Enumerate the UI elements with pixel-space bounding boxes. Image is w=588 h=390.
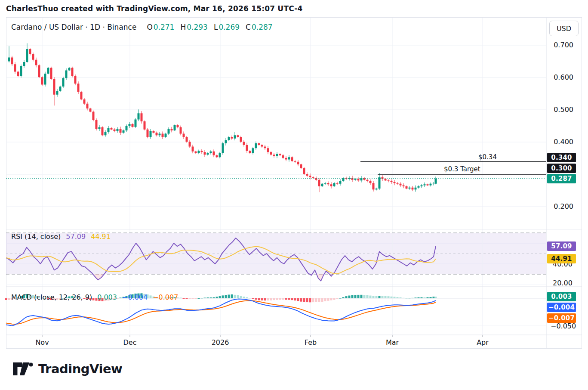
time-axis-label: 2026 <box>212 338 229 347</box>
rsi-badge: 57.09 <box>547 241 576 251</box>
macd-hist-value: 0.003 <box>97 293 117 301</box>
time-axis-label: Dec <box>123 338 137 347</box>
time-axis-label: Feb <box>305 338 317 347</box>
macd-hist-badge: 0.003 <box>547 292 576 301</box>
time-axis[interactable]: NovDec2026FebMarApr <box>6 336 546 350</box>
attribution-text: CharlesThuo created with TradingView.com… <box>6 4 303 13</box>
price-badge-0300: 0.300 <box>547 164 576 173</box>
chart-canvas[interactable] <box>0 0 588 390</box>
rsi-ma-badge: 44.91 <box>547 254 576 263</box>
rsi-title[interactable]: RSI (14, close) <box>11 232 61 241</box>
ohlc-low: L0.269 <box>214 23 240 31</box>
page: { "header": {"attribution": "CharlesThuo… <box>0 0 588 390</box>
rsi-tick-20: 20.00 <box>553 279 573 287</box>
macd-signal-badge: −0.007 <box>547 313 576 323</box>
ohlc-high: H0.293 <box>180 23 207 31</box>
time-axis-label: Mar <box>386 338 399 347</box>
tradingview-logo[interactable]: TradingView <box>13 362 122 376</box>
level-label-034: $0.34 <box>478 153 497 161</box>
macd-signal-value: −0.007 <box>153 293 178 301</box>
macd-line-value: −0.004 <box>122 293 148 301</box>
time-axis-label: Apr <box>477 338 489 347</box>
price-tick: 0.600 <box>554 73 573 81</box>
time-axis-label: Nov <box>35 338 49 347</box>
price-tick: 0.200 <box>554 202 573 210</box>
ohlc-open: O0.271 <box>147 23 174 31</box>
rsi-ma-value: 44.91 <box>91 232 111 241</box>
rsi-value: 57.09 <box>66 232 86 241</box>
macd-title[interactable]: MACD (close, 12, 26, 9) <box>11 293 92 301</box>
price-badge-0340: 0.340 <box>547 153 576 162</box>
price-tick: 0.700 <box>554 41 573 49</box>
macd-legend: MACD (close, 12, 26, 9) 0.003 −0.004 −0.… <box>11 293 178 301</box>
tradingview-logo-icon <box>13 362 33 376</box>
symbol-legend: Cardano / US Dollar · 1D · Binance O0.27… <box>11 23 273 31</box>
last-price-badge: 0.287 <box>547 174 576 183</box>
ohlc-close: C0.287 <box>246 23 273 31</box>
tradingview-logo-text: TradingView <box>38 362 122 376</box>
macd-tick-low: −0.050 <box>551 322 576 330</box>
price-tick: 0.500 <box>554 105 573 114</box>
macd-line-badge: −0.004 <box>547 303 576 312</box>
price-tick: 0.400 <box>554 138 573 146</box>
rsi-legend: RSI (14, close) 57.09 44.91 <box>11 232 111 241</box>
currency-toggle-button[interactable]: USD <box>549 21 579 36</box>
symbol-title[interactable]: Cardano / US Dollar · 1D · Binance <box>11 23 136 31</box>
level-label-03-target: $0.3 Target <box>444 165 480 173</box>
